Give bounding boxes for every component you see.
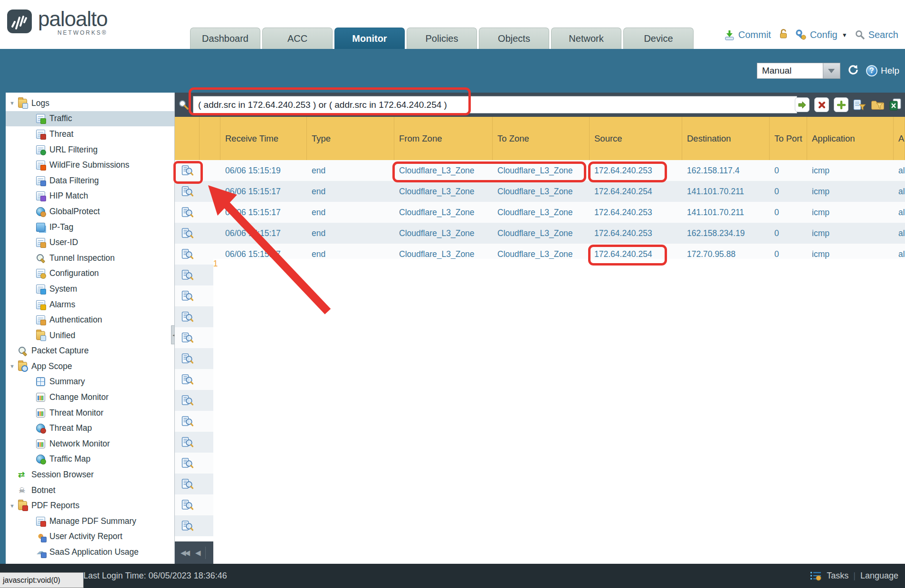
log-detail-button[interactable] (175, 327, 200, 348)
page-numbers: 12345678910 (210, 259, 905, 588)
tab-objects[interactable]: Objects (479, 28, 549, 49)
filter-query-input[interactable] (193, 96, 797, 114)
filter-builder-button[interactable] (853, 99, 866, 111)
sidebar-item-logs[interactable]: ▼Logs (6, 95, 174, 111)
column-header-col1[interactable] (200, 117, 220, 160)
sidebar-item-threat-map[interactable]: Threat Map (6, 420, 174, 436)
sidebar-item-wildfire-submissions[interactable]: WildFire Submissions (6, 157, 174, 173)
tasks-button[interactable]: Tasks (827, 571, 848, 581)
log-detail-button[interactable] (175, 474, 200, 494)
sidebar-item-network-monitor[interactable]: Network Monitor (6, 436, 174, 452)
sidebar-item-pdf-reports[interactable]: ▼PDF Reports (6, 498, 174, 513)
sidebar-item-traffic-map[interactable]: Traffic Map (6, 452, 174, 467)
select-arrow-button[interactable] (823, 63, 840, 78)
sidebar-item-packet-capture[interactable]: Packet Capture (6, 343, 174, 359)
log-detail-button[interactable] (175, 494, 200, 515)
tab-acc[interactable]: ACC (262, 28, 333, 49)
table-row[interactable]: 06/06 15:15:17 end Cloudflare_L3_Zone Cl… (175, 202, 905, 223)
add-filter-button[interactable] (834, 97, 848, 112)
tab-dashboard[interactable]: Dashboard (190, 28, 260, 49)
doc-wildfire-icon (36, 161, 45, 170)
log-detail-button[interactable] (175, 265, 200, 285)
language-button[interactable]: Language (860, 571, 898, 581)
search-button[interactable]: Search (855, 29, 898, 40)
sidebar-item-globalprotect[interactable]: GlobalProtect (6, 204, 174, 219)
sidebar-item-url-filtering[interactable]: URL Filtering (6, 142, 174, 158)
sidebar-item-data-filtering[interactable]: Data Filtering (6, 173, 174, 189)
sidebar-item-authentication[interactable]: Authentication (6, 312, 174, 328)
sidebar-item-user-activity-report[interactable]: User Activity Report (6, 529, 174, 545)
sidebar-item-session-browser[interactable]: Session Browser (6, 467, 174, 483)
sidebar-item-alarms[interactable]: Alarms (6, 297, 174, 313)
first-page-button[interactable]: ◀◀ (180, 549, 190, 557)
log-detail-button[interactable] (175, 390, 200, 411)
log-detail-button[interactable] (175, 432, 200, 453)
commit-button[interactable]: Commit (724, 29, 771, 40)
expander-icon[interactable]: ▼ (10, 503, 18, 509)
doc-badge-icon (36, 315, 45, 324)
sidebar-item-botnet[interactable]: Botnet (6, 483, 174, 498)
table-row[interactable]: 06/06 15:15:17 end Cloudflare_L3_Zone Cl… (175, 223, 905, 244)
saved-filters-button[interactable] (871, 99, 885, 111)
log-detail-button[interactable] (175, 306, 200, 327)
apply-filter-button[interactable] (795, 97, 810, 112)
column-header-receive-time[interactable]: Receive Time (220, 117, 307, 160)
export-csv-button[interactable] (889, 98, 901, 111)
sidebar-item-saas-application-usage[interactable]: SaaS Application Usage (6, 544, 174, 560)
table-row[interactable]: 06/06 15:15:19 end Cloudflare_L3_Zone Cl… (175, 160, 905, 181)
tab-network[interactable]: Network (551, 28, 621, 49)
config-menu[interactable]: Config ▼ (796, 29, 848, 40)
sidebar-item-hip-match[interactable]: HIP Match (6, 189, 174, 204)
sidebar-item-threat-monitor[interactable]: Threat Monitor (6, 405, 174, 421)
log-detail-button[interactable] (175, 369, 200, 390)
column-header-destination[interactable]: Destination (682, 117, 770, 160)
sidebar-item-system[interactable]: System (6, 281, 174, 297)
to-port-cell: 0 (770, 223, 807, 244)
log-detail-button[interactable] (175, 411, 200, 432)
tab-device[interactable]: Device (623, 28, 694, 49)
tab-policies[interactable]: Policies (407, 28, 477, 49)
log-detail-button[interactable] (175, 244, 200, 265)
column-header-ac[interactable]: Ac (894, 117, 905, 160)
column-header-type[interactable]: Type (307, 117, 394, 160)
sidebar-item-configuration[interactable]: Configuration (6, 266, 174, 282)
sidebar-item-tunnel-inspection[interactable]: Tunnel Inspection (6, 250, 174, 266)
sidebar-item-summary[interactable]: Summary (6, 374, 174, 390)
sidebar-item-app-scope[interactable]: ▼App Scope (6, 359, 174, 374)
log-detail-button[interactable] (175, 453, 200, 474)
log-detail-button[interactable] (175, 202, 200, 223)
column-header-source[interactable]: Source (590, 117, 682, 160)
column-header-application[interactable]: Application (807, 117, 894, 160)
refresh-icon[interactable] (847, 64, 859, 78)
band-right-controls: Manual ? Help (757, 49, 899, 93)
log-detail-button[interactable] (175, 181, 200, 202)
log-detail-button[interactable] (175, 160, 200, 181)
sidebar-item-traffic[interactable]: Traffic (6, 111, 174, 127)
page-1[interactable]: 1 (213, 259, 905, 588)
expander-icon[interactable]: ▼ (10, 100, 18, 106)
sidebar-item-threat[interactable]: Threat (6, 126, 174, 142)
lock-icon[interactable] (779, 28, 788, 41)
sidebar-item-ip-tag[interactable]: IP-Tag (6, 219, 174, 235)
log-detail-button[interactable] (175, 223, 200, 244)
sidebar-item-unified[interactable]: Unified (6, 328, 174, 343)
sidebar-item-change-monitor[interactable]: Change Monitor (6, 389, 174, 405)
tab-monitor[interactable]: Monitor (334, 28, 405, 49)
log-detail-button[interactable] (175, 285, 200, 306)
sidebar-item-user-id[interactable]: User-ID (6, 235, 174, 250)
main-content: Receive TimeTypeFrom ZoneTo ZoneSourceDe… (174, 93, 905, 564)
column-header-col0[interactable] (175, 117, 200, 160)
sidebar-item-manage-pdf-summary[interactable]: Manage PDF Summary (6, 513, 174, 529)
log-detail-button[interactable] (175, 515, 200, 536)
table-row[interactable]: 06/06 15:15:17 end Cloudflare_L3_Zone Cl… (175, 181, 905, 202)
expander-icon[interactable]: ▼ (10, 363, 18, 369)
column-header-from-zone[interactable]: From Zone (394, 117, 493, 160)
pdf-chart-icon (36, 517, 45, 526)
refresh-interval-select[interactable]: Manual (757, 63, 840, 79)
log-detail-button[interactable] (175, 348, 200, 369)
column-header-to-port[interactable]: To Port (770, 117, 807, 160)
clear-filter-button[interactable] (814, 97, 829, 112)
prev-page-button[interactable]: ◀ (194, 549, 200, 557)
help-button[interactable]: ? Help (866, 65, 899, 76)
column-header-to-zone[interactable]: To Zone (493, 117, 590, 160)
